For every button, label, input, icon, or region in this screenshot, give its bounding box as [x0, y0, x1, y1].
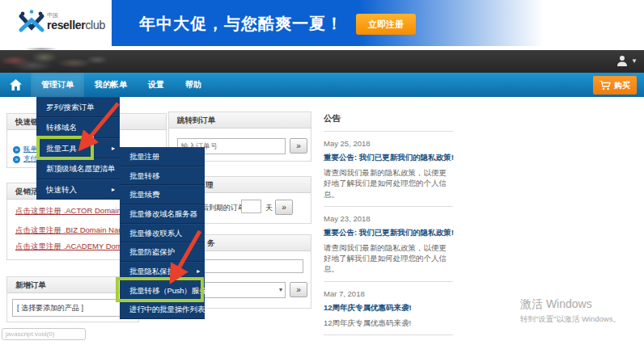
divider — [324, 334, 453, 335]
submenu-item-bulk-push-service[interactable]: 批量转移（Push）服务 — [120, 281, 205, 301]
announcements-section: 公告 May 25, 2018 重要公告: 我们已更新我们的隐私政策! 请查阅我… — [324, 113, 453, 345]
quick-link-billing[interactable]: 账单 — [23, 145, 37, 154]
service-go-button[interactable]: » — [290, 282, 307, 297]
status-bar-link-preview: javascript:void(0) — [2, 328, 86, 340]
resellerclub-dashboard: { "banner": { "logo_cn": "中国", "brand_bo… — [0, 0, 644, 345]
announcement-date: May 23, 2018 — [324, 214, 453, 223]
announcement-link[interactable]: 12周年庆专属优惠码来袭! — [324, 303, 453, 313]
logo-word-reseller: reseller — [47, 19, 85, 32]
announcement-entry: Mar 7, 2018 12周年庆专属优惠码来袭! 12周年庆专属优惠码来袭! — [324, 289, 453, 328]
chevron-down-icon: ▼ — [631, 57, 638, 65]
home-icon — [10, 79, 22, 90]
announcement-date: May 25, 2018 — [324, 139, 453, 148]
buy-button[interactable]: 购买 — [593, 76, 637, 95]
renewal-title-fragment: 理 — [205, 180, 214, 191]
divider — [324, 131, 453, 132]
jump-go-button[interactable]: » — [290, 138, 307, 154]
submenu-item-bulk-operations-list[interactable]: 进行中的批量操作列表 — [120, 300, 205, 319]
logo-word-club: club — [85, 19, 104, 32]
announcement-body: 请查阅我们最新的隐私政策，以便更好地了解我们是如何处理您的个人信息。 — [324, 242, 453, 275]
submenu-item-bulk-renew[interactable]: 批量续费 — [120, 185, 205, 204]
announcement-link[interactable]: 重要公告: 我们已更新我们的隐私政策! — [324, 153, 453, 163]
announcement-date: Mar 7, 2018 — [324, 289, 453, 298]
renewal-label-fragment: 后到期的订单 — [201, 203, 245, 213]
cart-icon — [600, 81, 611, 90]
new-order-title: 新增订单 — [7, 277, 138, 293]
bulk-tools-submenu: 批量注册 批量转移 批量续费 批量修改域名服务器 批量修改联系人 批量防盗保护 … — [120, 147, 205, 319]
main-navbar: 管理订单 我的帐单 设置 帮助 购买 — [0, 73, 644, 97]
menu-item-new-tld-wishlist[interactable]: 新顶级域名愿望清单 — [36, 158, 120, 179]
divider — [324, 281, 453, 282]
manage-orders-dropdown: 罗列/搜索订单 转移域名 批量工具 新顶级域名愿望清单 快速转入 — [36, 97, 120, 200]
submenu-item-bulk-modify-contacts[interactable]: 批量修改联系人 — [120, 224, 205, 243]
menu-item-bulk-tools[interactable]: 批量工具 — [36, 138, 120, 158]
account-bar: ▼ — [0, 50, 644, 73]
announcement-body: 12周年庆专属优惠码来袭! — [324, 318, 453, 328]
resellerclub-logo: 中国 resellerclub — [18, 8, 115, 40]
watermark-line1: 激活 Windows — [520, 297, 621, 312]
tab-help[interactable]: 帮助 — [175, 73, 212, 97]
quick-link-row: » 账单 — [13, 145, 37, 154]
days-unit-label: 天 — [265, 203, 273, 213]
announcement-link[interactable]: 重要公告: 我们已更新我们的隐私政策! — [324, 228, 453, 238]
announcements-title: 公告 — [324, 113, 453, 124]
announcement-entry: May 25, 2018 重要公告: 我们已更新我们的隐私政策! 请查阅我们最新… — [324, 139, 453, 200]
all-announcements-row: 所有公告 — [324, 342, 453, 345]
tab-settings[interactable]: 设置 — [138, 73, 175, 97]
submenu-item-bulk-modify-nameservers[interactable]: 批量修改域名服务器 — [120, 204, 205, 224]
menu-item-quick-transfer-in[interactable]: 快速转入 — [36, 179, 120, 200]
bullet-arrow-icon: » — [13, 146, 20, 154]
windows-activation-watermark: 激活 Windows 转到"设置"以激活 Windows。 — [520, 297, 621, 325]
home-tab[interactable] — [0, 73, 31, 97]
submenu-item-bulk-theft-protection[interactable]: 批量防盗保护 — [120, 242, 205, 262]
submenu-item-bulk-register[interactable]: 批量注册 — [120, 147, 205, 166]
days-input[interactable] — [241, 200, 261, 213]
user-icon — [616, 54, 629, 67]
renewal-go-button[interactable]: » — [275, 200, 293, 215]
submenu-item-bulk-transfer[interactable]: 批量转移 — [120, 166, 205, 186]
redaction-smudge — [24, 47, 81, 51]
announcement-entry: May 23, 2018 重要公告: 我们已更新我们的隐私政策! 请查阅我们最新… — [324, 214, 453, 275]
promo-banner: 中国 resellerclub 年中大促，与您酷爽一夏！ 立即注册 — [0, 0, 644, 46]
service-title-fragment: 务 — [207, 238, 215, 249]
user-menu[interactable]: ▼ — [616, 54, 638, 67]
watermark-line2: 转到"设置"以激活 Windows。 — [520, 314, 621, 325]
buy-button-label: 购买 — [614, 80, 630, 91]
logo-wordmark: resellerclub — [47, 19, 105, 32]
redacted-account-scribble — [0, 50, 113, 73]
submenu-item-bulk-privacy-protection[interactable]: 批量隐私保护 — [120, 262, 205, 281]
jump-to-order-title: 跳转到订单 — [169, 112, 311, 128]
bullet-arrow-icon: » — [13, 156, 20, 163]
tab-manage-orders[interactable]: 管理订单 — [31, 73, 84, 97]
tab-my-billing[interactable]: 我的帐单 — [84, 73, 138, 97]
register-now-button[interactable]: 立即注册 — [356, 14, 416, 35]
product-select[interactable]: [ 选择要添加的产品 ] — [12, 299, 133, 317]
menu-item-transfer-domain[interactable]: 转移域名 — [36, 117, 120, 137]
divider — [324, 206, 453, 207]
menu-item-list-search-orders[interactable]: 罗列/搜索订单 — [36, 97, 120, 117]
promo-headline: 年中大促，与您酷爽一夏！ — [139, 13, 343, 35]
resellerclub-logo-icon — [18, 8, 45, 36]
promo-link-biz[interactable]: 点击这里注册 .BIZ Domain Names — [15, 225, 133, 236]
announcement-body: 请查阅我们最新的隐私政策，以便更好地了解我们是如何处理您的个人信息。 — [324, 167, 453, 200]
quick-link-row: » 支付 — [13, 154, 37, 164]
quick-link-pay[interactable]: 支付 — [23, 154, 37, 164]
